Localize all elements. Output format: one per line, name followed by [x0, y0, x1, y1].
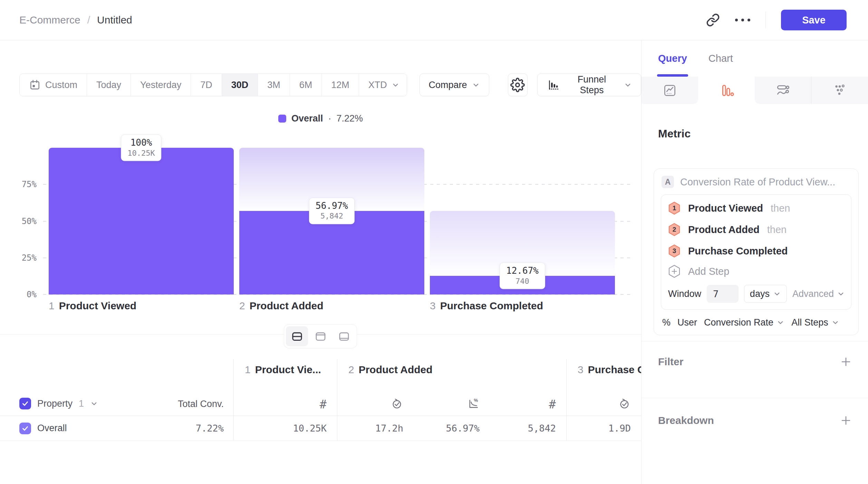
legend-separator: ·	[328, 113, 331, 124]
step-number-badge: 2	[668, 223, 681, 236]
compare-button[interactable]: Compare	[419, 74, 489, 96]
tab-query[interactable]: Query	[658, 40, 687, 77]
range-xtd[interactable]: XTD	[359, 74, 407, 96]
add-step-icon	[668, 264, 681, 278]
breakdown-section-label: Breakdown	[658, 415, 714, 426]
tab-chart[interactable]: Chart	[708, 40, 733, 77]
query-panel: Query Chart Metric A Conversion Rate of …	[641, 40, 868, 484]
metric-step-2[interactable]: 2Product Addedthen	[661, 219, 851, 240]
breakdown-section: Breakdown	[658, 410, 852, 431]
filter-section-label: Filter	[658, 356, 683, 368]
count-icon: #	[549, 398, 556, 410]
chart-top-view-button[interactable]	[309, 326, 331, 346]
add-filter-icon[interactable]	[840, 356, 852, 368]
chart-type-tabs	[642, 77, 868, 104]
save-button[interactable]: Save	[781, 10, 847, 30]
window-label: Window	[668, 289, 701, 299]
add-step-button[interactable]: Add Step	[661, 262, 851, 281]
legend-series-value: 7.22%	[337, 113, 363, 124]
legend-series-name: Overall	[291, 113, 323, 124]
scatter-chart-icon	[832, 83, 848, 98]
funnel-value-badge: 12.67%740	[500, 263, 545, 289]
filter-section: Filter	[658, 351, 852, 372]
table-step-column-3: 3Purchase Completed1.9D	[566, 359, 641, 441]
property-header-label[interactable]: Property	[37, 398, 73, 409]
svg-text:%: %	[474, 398, 478, 403]
measured-as-row: % User Conversion Rate All Steps	[661, 310, 851, 330]
range-today[interactable]: Today	[87, 74, 131, 96]
range-12m[interactable]: 12M	[322, 74, 359, 96]
conversion-window-row: Window 7 days Advanced	[661, 281, 851, 309]
y-axis-tick: 25%	[10, 253, 37, 263]
funnel-value-badge: 56.97%5,842	[309, 197, 355, 224]
chart-legend[interactable]: Overall · 7.22%	[0, 113, 641, 124]
time-check-icon	[390, 397, 403, 410]
topbar-divider	[765, 12, 766, 28]
table-bottom-view-button[interactable]	[333, 326, 355, 346]
metric-section-heading: Metric	[658, 127, 691, 140]
funnel-value-badge: 100%10.25K	[121, 134, 161, 161]
range-30d[interactable]: 30D	[222, 74, 258, 96]
range-6m[interactable]: 6M	[290, 74, 322, 96]
funnel-steps-list: 1Product Viewedthen2Product Addedthen3Pu…	[661, 197, 851, 262]
chevron-down-icon	[831, 319, 839, 327]
table-row[interactable]: 1.9D	[567, 416, 641, 441]
breadcrumb-separator: /	[87, 14, 90, 26]
range-yesterday[interactable]: Yesterday	[131, 74, 191, 96]
table-row[interactable]: 17.2h56.97%5,842	[337, 416, 566, 441]
funnel-steps-card: 1Product Viewedthen2Product Addedthen3Pu…	[661, 194, 851, 310]
table-row[interactable]: Overall 7.22%	[0, 416, 233, 441]
measure-scope-select[interactable]: All Steps	[791, 317, 839, 328]
window-unit-select[interactable]: days	[744, 285, 787, 303]
measure-metric-select[interactable]: Conversion Rate	[704, 317, 784, 328]
chevron-down-icon	[624, 81, 632, 89]
funnel-bar-1[interactable]	[49, 148, 234, 294]
chevron-down-icon	[392, 81, 399, 89]
breadcrumb-current[interactable]: Untitled	[97, 14, 132, 26]
breadcrumb: E-Commerce / Untitled	[19, 14, 132, 26]
metric-title-row[interactable]: A Conversion Rate of Product View...	[661, 174, 851, 194]
range-7d[interactable]: 7D	[191, 74, 222, 96]
panel-tabs: Query Chart	[642, 40, 868, 77]
advanced-toggle[interactable]: Advanced	[792, 289, 845, 299]
table-row[interactable]: 10.25K	[234, 416, 337, 441]
chart-toolbar: CustomTodayYesterday7D30D3M6M12MXTD Comp…	[19, 74, 641, 96]
breadcrumb-parent[interactable]: E-Commerce	[19, 14, 80, 26]
more-options-icon[interactable]	[735, 19, 750, 21]
main-area: CustomTodayYesterday7D30D3M6M12MXTD Comp…	[0, 40, 641, 484]
table-cell: 10.25K	[234, 423, 337, 434]
split-view-button[interactable]	[286, 326, 308, 346]
table-step-header: 2Product Added%#	[337, 359, 566, 416]
table-header-property: Property 1 Total Conv.	[0, 359, 233, 416]
funnel-chart-icon	[718, 83, 734, 98]
window-value-input[interactable]: 7	[707, 285, 739, 303]
row-checkbox[interactable]	[19, 423, 31, 434]
chart-type-tab-line-chart[interactable]	[642, 77, 698, 104]
chart-type-tab-scatter-chart[interactable]	[811, 77, 868, 104]
y-axis-tick: 0%	[10, 290, 37, 299]
conversion-rate-icon: %	[467, 397, 480, 410]
share-link-icon[interactable]	[706, 13, 720, 27]
table-property-column: Property 1 Total Conv. Overall 7.22%	[0, 359, 233, 441]
chevron-down-icon	[472, 81, 480, 89]
chart-settings-button[interactable]	[508, 74, 528, 96]
add-breakdown-icon[interactable]	[840, 415, 852, 426]
y-axis-tick: 50%	[10, 216, 37, 226]
table-step-column-1: 1Product Vie...#10.25K	[233, 359, 337, 441]
chevron-down-icon[interactable]	[90, 400, 98, 408]
metric-title: Conversion Rate of Product View...	[680, 176, 835, 188]
funnel-table: Property 1 Total Conv. Overall 7.22% 1Pr…	[0, 359, 641, 441]
range-custom[interactable]: Custom	[20, 74, 87, 96]
metric-step-1[interactable]: 1Product Viewedthen	[661, 197, 851, 219]
measure-entity[interactable]: User	[677, 317, 697, 328]
chart-type-tab-funnel-chart[interactable]	[698, 77, 755, 104]
metric-step-3[interactable]: 3Purchase Completed	[661, 240, 851, 262]
chart-type-selector-button[interactable]: Funnel Steps	[537, 74, 641, 96]
calendar-icon	[29, 79, 41, 91]
chevron-down-icon	[777, 319, 784, 327]
range-3m[interactable]: 3M	[258, 74, 290, 96]
chart-type-tab-flow-chart[interactable]	[755, 77, 811, 104]
row-total-conversion: 7.22%	[196, 423, 224, 434]
select-all-checkbox[interactable]	[19, 398, 31, 409]
top-bar: E-Commerce / Untitled Save	[0, 0, 868, 40]
